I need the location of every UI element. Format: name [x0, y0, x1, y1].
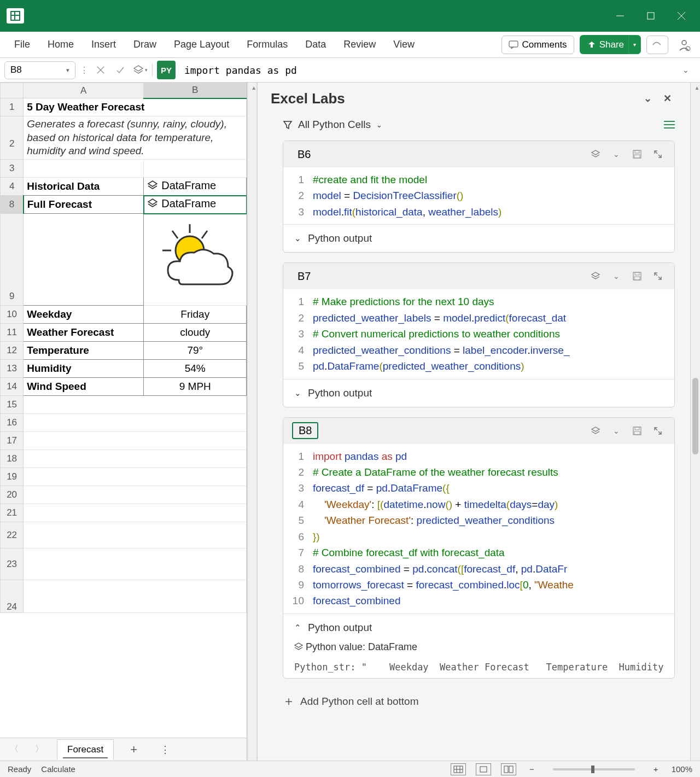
cell-row23[interactable]: [24, 548, 247, 580]
chevron-down-icon[interactable]: ⌄: [609, 423, 624, 439]
scroll-thumb[interactable]: [692, 378, 698, 454]
sheet-nav-next[interactable]: 〉: [32, 744, 47, 755]
zoom-slider[interactable]: [553, 768, 635, 770]
cell-b13[interactable]: 54%: [144, 360, 247, 378]
cell-row20[interactable]: [24, 486, 247, 504]
row-header-19[interactable]: 19: [1, 468, 24, 486]
cell-ref[interactable]: B7: [292, 269, 316, 284]
cell-row22[interactable]: [24, 522, 247, 548]
code-line[interactable]: forecast_combined: [313, 593, 401, 609]
row-header-10[interactable]: 10: [1, 306, 24, 324]
select-all-corner[interactable]: [1, 83, 24, 98]
share-dropdown[interactable]: ▾: [628, 35, 641, 54]
code-line[interactable]: forecast_df = pd.DataFrame({: [313, 480, 450, 496]
labs-menu-button[interactable]: [664, 121, 675, 128]
row-header-1[interactable]: 1: [1, 98, 24, 116]
ribbon-tab-data[interactable]: Data: [296, 34, 335, 55]
code-line[interactable]: 'Weather Forecast': predicted_weather_co…: [313, 512, 555, 528]
cell-row16[interactable]: [24, 414, 247, 432]
zoom-level[interactable]: 100%: [672, 764, 692, 774]
ribbon-tab-home[interactable]: Home: [39, 34, 83, 55]
code-line[interactable]: predicted_weather_conditions = label_enc…: [313, 342, 570, 358]
row-header-20[interactable]: 20: [1, 486, 24, 504]
row-header-18[interactable]: 18: [1, 450, 24, 468]
row-header-16[interactable]: 16: [1, 414, 24, 432]
status-calculate[interactable]: Calculate: [41, 764, 75, 774]
code-line[interactable]: model.fit(historical_data, weather_label…: [313, 204, 501, 220]
row-header-2[interactable]: 2: [1, 116, 24, 160]
code-line[interactable]: model = DecisionTreeClassifier(): [313, 188, 463, 203]
output-mode-button[interactable]: [588, 147, 603, 162]
cell-b12[interactable]: 79°: [144, 342, 247, 360]
code-line[interactable]: pd.DataFrame(predicted_weather_condition…: [313, 358, 524, 374]
labs-vscrollbar[interactable]: ▲: [690, 83, 700, 761]
name-box[interactable]: B8 ▾: [4, 61, 75, 79]
sheet-tab-forecast[interactable]: Forecast: [57, 739, 114, 760]
maximize-button[interactable]: [635, 0, 666, 32]
python-output-toggle[interactable]: ⌃Python output: [283, 614, 675, 641]
cell-a11[interactable]: Weather Forecast: [24, 324, 144, 342]
row-header-8[interactable]: 8: [1, 196, 24, 214]
minimize-button[interactable]: [605, 0, 635, 32]
cell-b10[interactable]: Friday: [144, 306, 247, 324]
cell-a9[interactable]: [24, 214, 144, 306]
chevron-down-icon[interactable]: ⌄: [609, 147, 624, 162]
row-header-14[interactable]: 14: [1, 378, 24, 396]
cell-a14[interactable]: Wind Speed: [24, 378, 144, 396]
cell-ref[interactable]: B8: [292, 422, 318, 439]
output-mode-button[interactable]: [588, 423, 603, 439]
expand-button[interactable]: [650, 268, 666, 284]
cell-b8-active[interactable]: DataFrame: [144, 196, 247, 214]
python-output-toggle[interactable]: ⌄Python output: [283, 379, 675, 407]
cell-row21[interactable]: [24, 504, 247, 522]
code-line[interactable]: # Create a DataFrame of the weather fore…: [313, 464, 558, 480]
code-line[interactable]: #create and fit the model: [313, 172, 427, 188]
code-line[interactable]: tomorrows_forecast = forecast_combined.l…: [313, 577, 574, 593]
page-layout-view-button[interactable]: [476, 763, 491, 775]
weather-icon-cell[interactable]: [144, 214, 247, 306]
row-header-3[interactable]: 3: [1, 160, 24, 178]
ribbon-tab-formulas[interactable]: Formulas: [238, 34, 296, 55]
row-header-4[interactable]: 4: [1, 178, 24, 196]
zoom-in-button[interactable]: +: [650, 764, 662, 774]
code-line[interactable]: # Combine forecast_df with forecast_data: [313, 545, 505, 560]
cancel-edit-button[interactable]: [93, 62, 108, 78]
cell-row24[interactable]: [24, 580, 247, 613]
row-header-9[interactable]: 9: [1, 214, 24, 306]
cell-row15[interactable]: [24, 396, 247, 414]
code-line[interactable]: # Make predictions for the next 10 days: [313, 294, 494, 309]
code-line[interactable]: predicted_weather_labels = model.predict…: [313, 310, 566, 326]
cell-b3[interactable]: [144, 160, 247, 178]
chevron-down-icon[interactable]: ⌄: [609, 268, 624, 284]
save-button[interactable]: [629, 147, 645, 162]
cell-b14[interactable]: 9 MPH: [144, 378, 247, 396]
normal-view-button[interactable]: [451, 763, 466, 775]
col-header-b[interactable]: B: [144, 83, 247, 98]
labs-close-button[interactable]: ✕: [657, 89, 677, 108]
python-output-toggle[interactable]: ⌄Python output: [283, 224, 675, 252]
ribbon-tab-insert[interactable]: Insert: [83, 34, 125, 55]
row-header-15[interactable]: 15: [1, 396, 24, 414]
row-header-24[interactable]: 24: [1, 580, 24, 613]
output-mode-button[interactable]: ▾: [132, 62, 148, 78]
row-header-13[interactable]: 13: [1, 360, 24, 378]
formula-input[interactable]: [180, 61, 672, 79]
formula-expand-button[interactable]: ⌄: [676, 66, 696, 74]
filter-dropdown[interactable]: All Python Cells ⌄: [283, 119, 382, 131]
row-header-12[interactable]: 12: [1, 342, 24, 360]
cell-row18[interactable]: [24, 450, 247, 468]
cell-b4[interactable]: DataFrame: [144, 178, 247, 196]
col-header-a[interactable]: A: [24, 83, 144, 98]
row-header-23[interactable]: 23: [1, 548, 24, 580]
cell-b11[interactable]: cloudy: [144, 324, 247, 342]
confirm-edit-button[interactable]: [113, 62, 128, 78]
ribbon-tab-file[interactable]: File: [5, 34, 39, 55]
zoom-out-button[interactable]: −: [526, 764, 538, 774]
cell-a13[interactable]: Humidity: [24, 360, 144, 378]
code-line[interactable]: import pandas as pd: [313, 448, 407, 464]
page-break-view-button[interactable]: [501, 763, 516, 775]
cell-a3[interactable]: [24, 160, 144, 178]
output-mode-button[interactable]: [588, 268, 603, 284]
subtitle-cell[interactable]: Generates a forecast (sunny, rainy, clou…: [24, 116, 247, 160]
code-line[interactable]: 'Weekday': [(datetime.now() + timedelta(…: [313, 496, 558, 512]
